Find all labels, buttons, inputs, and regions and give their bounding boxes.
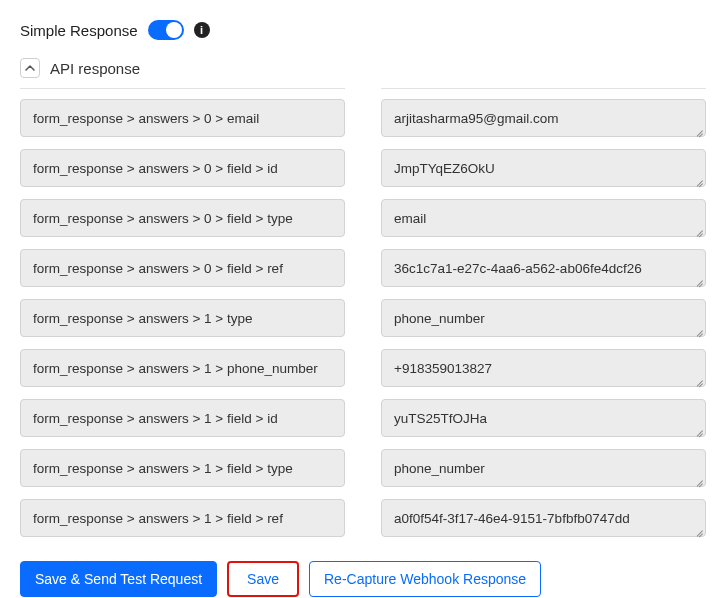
field-value[interactable]: arjitasharma95@gmail.com	[381, 99, 706, 137]
fields-list: form_response > answers > 0 > emailarjit…	[20, 99, 706, 537]
field-row: form_response > answers > 0 > field > id…	[20, 149, 706, 187]
field-row: form_response > answers > 0 > emailarjit…	[20, 99, 706, 137]
field-key[interactable]: form_response > answers > 1 > field > ty…	[20, 449, 345, 487]
field-value[interactable]: +918359013827	[381, 349, 706, 387]
field-row: form_response > answers > 1 > typephone_…	[20, 299, 706, 337]
section-title: API response	[50, 60, 140, 77]
field-key[interactable]: form_response > answers > 1 > field > re…	[20, 499, 345, 537]
recapture-button[interactable]: Re-Capture Webhook Response	[309, 561, 541, 597]
simple-response-toggle[interactable]	[148, 20, 184, 40]
field-row: form_response > answers > 1 > field > re…	[20, 499, 706, 537]
field-row: form_response > answers > 1 > phone_numb…	[20, 349, 706, 387]
field-key[interactable]: form_response > answers > 0 > email	[20, 99, 345, 137]
save-send-button[interactable]: Save & Send Test Request	[20, 561, 217, 597]
toggle-knob	[166, 22, 182, 38]
info-icon[interactable]: i	[194, 22, 210, 38]
field-key[interactable]: form_response > answers > 0 > field > re…	[20, 249, 345, 287]
field-key[interactable]: form_response > answers > 1 > field > id	[20, 399, 345, 437]
field-key[interactable]: form_response > answers > 1 > phone_numb…	[20, 349, 345, 387]
field-value[interactable]: a0f0f54f-3f17-46e4-9151-7bfbfb0747dd	[381, 499, 706, 537]
field-key[interactable]: form_response > answers > 1 > type	[20, 299, 345, 337]
field-row: form_response > answers > 0 > field > ty…	[20, 199, 706, 237]
collapse-toggle[interactable]	[20, 58, 40, 78]
field-key[interactable]: form_response > answers > 0 > field > id	[20, 149, 345, 187]
divider-right	[381, 88, 706, 89]
field-value[interactable]: email	[381, 199, 706, 237]
field-value[interactable]: JmpTYqEZ6OkU	[381, 149, 706, 187]
field-value[interactable]: phone_number	[381, 449, 706, 487]
save-button[interactable]: Save	[227, 561, 299, 597]
field-row: form_response > answers > 0 > field > re…	[20, 249, 706, 287]
field-value[interactable]: 36c1c7a1-e27c-4aa6-a562-ab06fe4dcf26	[381, 249, 706, 287]
field-value[interactable]: phone_number	[381, 299, 706, 337]
simple-response-label: Simple Response	[20, 22, 138, 39]
field-row: form_response > answers > 1 > field > ty…	[20, 449, 706, 487]
chevron-up-icon	[25, 63, 35, 73]
field-key[interactable]: form_response > answers > 0 > field > ty…	[20, 199, 345, 237]
field-row: form_response > answers > 1 > field > id…	[20, 399, 706, 437]
field-value[interactable]: yuTS25TfOJHa	[381, 399, 706, 437]
divider-left	[20, 88, 345, 89]
